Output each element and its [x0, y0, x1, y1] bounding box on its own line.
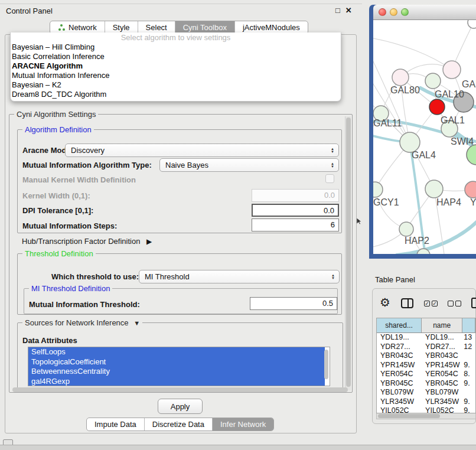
algorithm-menu-item-mutual-information-inference[interactable]: Mutual Information Inference: [11, 71, 341, 80]
table-cell: 9.: [462, 406, 475, 413]
table-cell: [462, 388, 475, 397]
which-threshold-label: Which threshold to use:: [51, 272, 139, 281]
table-row[interactable]: YER054CYER054C8.: [377, 370, 475, 379]
table-cell: YPR145W: [377, 361, 422, 370]
attribute-item-gal4rgexp[interactable]: gal4RGexp: [28, 377, 325, 387]
tab-label: Select: [146, 23, 167, 32]
column-header-shared[interactable]: shared...: [377, 318, 422, 332]
tab-infer-network[interactable]: Infer Network: [213, 418, 273, 431]
tab-select[interactable]: Select: [138, 21, 175, 34]
table-cell: 12: [462, 343, 475, 352]
network-window-titlebar[interactable]: [373, 5, 476, 20]
select-columns-unchecked-icon[interactable]: [448, 301, 461, 306]
node-label-gal: GAL: [462, 79, 476, 90]
table-row[interactable]: YBL079WYBL079W: [377, 388, 475, 397]
node-gal4[interactable]: [400, 132, 420, 152]
table-row[interactable]: YIL052CYIL052C9.: [377, 406, 475, 413]
node-gal1[interactable]: [429, 99, 445, 115]
sources-title[interactable]: Sources for Network Inference ▼: [22, 318, 142, 327]
minimize-window-icon[interactable]: [390, 8, 397, 16]
settings-gear-icon[interactable]: ⚙: [380, 296, 390, 308]
partial-column-icon[interactable]: [471, 298, 476, 308]
node-table[interactable]: shared...name YDL19...YDL19...13YDR27...…: [376, 318, 476, 413]
table-cell: YBR043C: [422, 351, 462, 361]
updown-arrows-icon: ▲▼: [331, 162, 334, 168]
table-horizontal-scrollbar[interactable]: [376, 413, 476, 419]
node-gcy1[interactable]: [373, 182, 383, 197]
table-cell: YDR27...: [422, 343, 462, 352]
node-hap4[interactable]: [425, 180, 443, 198]
tab-style[interactable]: Style: [105, 21, 138, 34]
mi-type-select[interactable]: Naive Bayes ▲▼: [159, 158, 339, 172]
select-columns-checked-icon[interactable]: ✓✓: [424, 301, 438, 306]
node-brightgreen-partial[interactable]: [467, 145, 476, 165]
mi-steps-input[interactable]: 6: [252, 219, 339, 231]
node-white-partial[interactable]: [468, 20, 476, 28]
algorithm-menu-item-aracne-algorithm[interactable]: ARACNE Algorithm: [11, 61, 341, 71]
tab-label: Cyni Toolbox: [183, 23, 227, 32]
updown-arrows-icon: ▲▼: [331, 148, 334, 154]
split-columns-icon[interactable]: [401, 298, 413, 308]
apply-button[interactable]: Apply: [158, 399, 203, 414]
node-gal80[interactable]: [392, 69, 409, 86]
algorithm-menu-item-basic-correlation-inference[interactable]: Basic Correlation Inference: [11, 52, 341, 61]
close-window-icon[interactable]: [379, 8, 386, 16]
table-cell: 9.: [462, 379, 475, 389]
tab-discretize-data[interactable]: Discretize Data: [145, 418, 213, 431]
table-row[interactable]: YPR145WYPR145W9.: [377, 361, 475, 370]
table-cell: YBL079W: [422, 388, 462, 397]
algorithm-menu-item-bayesian-hill-climbing[interactable]: Bayesian – Hill Climbing: [11, 43, 341, 52]
hub-definition-expander[interactable]: Hub/Transcription Factor Definition ▶: [22, 237, 152, 246]
threshold-definition-group: Threshold Definition Which threshold to …: [17, 253, 342, 315]
manual-kernel-checkbox[interactable]: [325, 174, 334, 183]
close-panel-icon[interactable]: ✕: [345, 6, 352, 15]
table-row[interactable]: YDR27...YDR27...12: [377, 343, 475, 352]
node-label-hap2: HAP2: [405, 236, 429, 246]
table-row[interactable]: YBR045CYBR045C9.: [377, 379, 475, 389]
table-row[interactable]: YDL19...YDL19...13: [377, 333, 475, 343]
aracne-mode-select[interactable]: Discovery ▲▼: [65, 144, 339, 157]
mi-steps-label: Mutual Information Steps:: [22, 221, 117, 230]
kernel-width-input[interactable]: 0.0: [252, 189, 339, 202]
node-label-gal10: GAL10: [435, 89, 464, 100]
settings-horizontal-scrollbar[interactable]: [12, 387, 348, 392]
column-header-name[interactable]: name: [422, 318, 462, 332]
table-cell: YBL079W: [377, 388, 422, 397]
algorithm-menu-item-dream8-dc-tdc-algorithm[interactable]: Dream8 DC_TDC Algorithm: [11, 90, 341, 99]
attribute-item-topologicalcoefficient[interactable]: TopologicalCoefficient: [28, 357, 325, 367]
column-header-2[interactable]: [462, 318, 475, 332]
network-canvas[interactable]: GALGAL80GAL10GAL1GAL11SWI4GAL4GCY1HAP4YH…: [373, 20, 476, 254]
node-hap2[interactable]: [399, 222, 413, 236]
control-panel-top-divider: [0, 4, 362, 4]
mi-type-value: Naive Bayes: [165, 161, 208, 169]
tab-network[interactable]: Network: [50, 21, 105, 34]
tab-cyni-toolbox[interactable]: Cyni Toolbox: [175, 21, 235, 34]
algorithm-menu-item-bayesian-k2[interactable]: Bayesian – K2: [11, 80, 341, 90]
table-row[interactable]: YLR345WYLR345W9.: [377, 397, 475, 407]
which-threshold-select[interactable]: MI Threshold ▲▼: [139, 270, 340, 283]
node-label-hap4: HAP4: [436, 197, 461, 208]
tab-label: Infer Network: [220, 420, 266, 429]
node-gal10[interactable]: [425, 73, 441, 89]
zoom-window-icon[interactable]: [401, 8, 409, 16]
tab-jactivemnodules[interactable]: jActiveMNodules: [235, 21, 308, 34]
node-salmon-partial[interactable]: [465, 181, 476, 198]
table-row[interactable]: YBR043CYBR043C: [377, 351, 475, 361]
table-cell: 8.: [462, 370, 475, 379]
control-panel-title: Control Panel: [6, 6, 53, 15]
tab-impute-data[interactable]: Impute Data: [87, 418, 145, 431]
dpi-tolerance-input[interactable]: 0.0: [252, 204, 339, 217]
float-panel-icon[interactable]: □: [335, 6, 340, 15]
mi-threshold-input[interactable]: 0.5: [250, 297, 337, 310]
attribute-item-selfloops[interactable]: SelfLoops: [28, 347, 325, 357]
settings-vertical-scrollbar[interactable]: [345, 116, 351, 390]
network-icon: [58, 24, 66, 31]
node-label-gal4: GAL4: [412, 150, 436, 161]
attribute-item-betweennesscentrality[interactable]: BetweennessCentrality: [28, 367, 325, 377]
mi-type-label: Mutual Information Algorithm Type:: [22, 161, 152, 169]
list-scrollbar-thumb[interactable]: [324, 350, 328, 379]
node-gal-partial[interactable]: [443, 61, 461, 79]
data-attributes-list[interactable]: SelfLoopsTopologicalCoefficientBetweenne…: [28, 347, 330, 386]
algorithm-definition-title: Algorithm Definition: [22, 125, 94, 134]
aracne-mode-value: Discovery: [71, 146, 105, 155]
